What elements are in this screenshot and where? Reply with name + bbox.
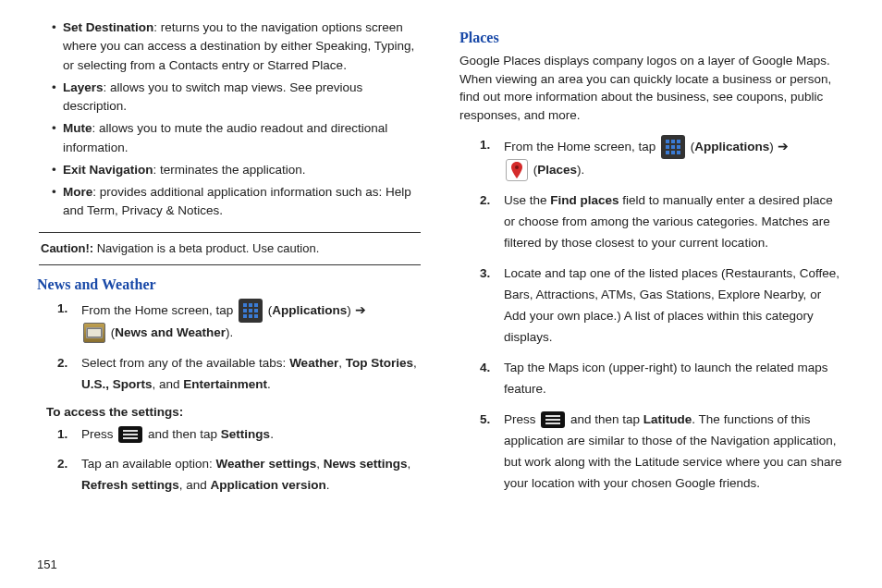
settings-steps: Press and then tap Settings. Tap an avai… (37, 424, 423, 497)
right-column: Places Google Places displays company lo… (459, 18, 845, 506)
svg-rect-24 (545, 423, 560, 424)
step-3: Locate and tap one of the listed places … (500, 263, 845, 349)
page-number: 151 (37, 557, 57, 571)
svg-rect-23 (545, 419, 560, 421)
svg-rect-7 (249, 314, 252, 318)
text: (Applications) ➔ (268, 302, 366, 316)
text: From the Home screen, tap (504, 140, 659, 153)
text: and then tap (570, 412, 643, 426)
news-steps: From the Home screen, tap (Applications)… (37, 299, 423, 396)
places-intro: Google Places displays company logos on … (459, 52, 845, 124)
svg-rect-15 (666, 145, 669, 149)
svg-rect-17 (677, 145, 680, 149)
applications-icon (661, 135, 685, 159)
svg-rect-1 (249, 303, 252, 307)
svg-rect-14 (677, 140, 680, 143)
step-5: Press and then tap Latitude. The functio… (500, 410, 845, 495)
svg-rect-19 (671, 151, 675, 154)
menu-icon (541, 411, 565, 428)
svg-rect-6 (243, 314, 247, 318)
step-1: From the Home screen, tap (Applications)… (500, 135, 845, 181)
section-news-weather: News and Weather (37, 276, 423, 293)
subhead-access-settings: To access the settings: (46, 405, 423, 419)
svg-rect-11 (123, 437, 138, 439)
svg-rect-22 (545, 415, 560, 417)
bullet-more: More: provides additional application in… (54, 183, 423, 221)
svg-rect-2 (254, 303, 258, 307)
caution-note: Caution!: Navigation is a beta product. … (37, 240, 423, 257)
divider (39, 232, 421, 233)
svg-rect-18 (666, 151, 669, 154)
text: From the Home screen, tap (81, 302, 237, 316)
text: Tap an available option: (81, 457, 216, 471)
svg-rect-16 (671, 145, 675, 149)
applications-icon (239, 299, 263, 323)
left-column: Set Destination: returns you to the navi… (37, 18, 423, 506)
step-1: From the Home screen, tap (Applications)… (78, 299, 423, 344)
places-steps: From the Home screen, tap (Applications)… (459, 135, 845, 494)
text: (News and Weather). (111, 325, 234, 339)
step-4: Tap the Maps icon (upper-right) to launc… (500, 358, 845, 400)
news-weather-icon (83, 323, 105, 343)
svg-rect-4 (249, 309, 252, 312)
step-1: Press and then tap Settings. (78, 424, 423, 446)
text: (Places). (533, 163, 585, 177)
bullet-exit-navigation: Exit Navigation: terminates the applicat… (54, 161, 423, 179)
svg-rect-9 (123, 430, 138, 432)
text: Use the (504, 193, 550, 207)
step-2: Use the Find places field to manually en… (500, 190, 845, 254)
svg-rect-12 (666, 140, 669, 143)
step-2: Select from any of the available tabs: W… (78, 353, 423, 396)
svg-point-21 (515, 165, 519, 169)
svg-rect-10 (123, 434, 138, 435)
bullet-mute: Mute: allows you to mute the audio reado… (54, 119, 423, 157)
svg-rect-5 (254, 309, 258, 312)
text: Select from any of the available tabs: (81, 356, 289, 370)
svg-rect-20 (677, 151, 680, 154)
bullet-layers: Layers: allows you to switch map views. … (54, 79, 423, 116)
text: Press (81, 427, 116, 441)
menu-icon (118, 426, 142, 443)
text: (Applications) ➔ (691, 140, 789, 153)
svg-rect-0 (243, 303, 247, 307)
step-2: Tap an available option: Weather setting… (78, 454, 423, 496)
nav-options-list: Set Destination: returns you to the navi… (54, 18, 423, 221)
text: and then tap (148, 427, 221, 441)
places-pin-icon (506, 159, 528, 181)
bullet-set-destination: Set Destination: returns you to the navi… (54, 18, 423, 75)
text: Press (504, 412, 539, 426)
svg-rect-13 (671, 140, 675, 143)
svg-rect-3 (243, 309, 247, 312)
section-places: Places (459, 30, 845, 46)
svg-rect-8 (254, 314, 258, 318)
divider (39, 264, 421, 265)
